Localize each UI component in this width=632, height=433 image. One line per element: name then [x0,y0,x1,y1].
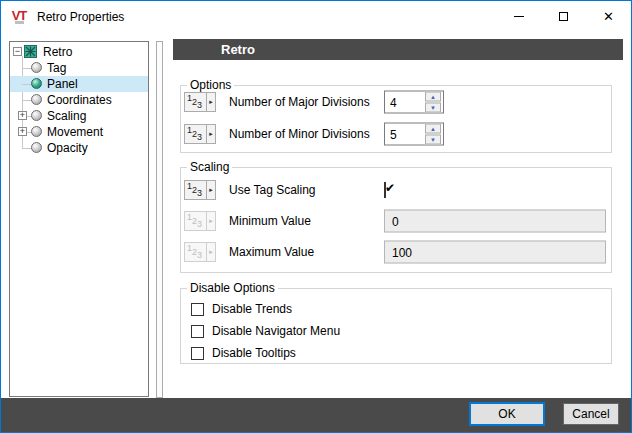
window-controls: ✕ [496,1,631,32]
window-title: Retro Properties [37,10,124,24]
tree-item-label: Movement [47,125,103,139]
major-divisions-spinner: ▲ ▼ [384,91,444,114]
maximum-value-input [384,241,606,264]
tree-item-retro[interactable]: − Retro [10,44,148,60]
panel-header: Retro [173,39,623,60]
disable-tooltips-row: Disable Tooltips [184,341,608,365]
disable-tooltips-label: Disable Tooltips [212,346,296,360]
disable-tooltips-checkbox[interactable] [191,347,204,360]
maximum-value-label: Maximum Value [229,245,314,259]
tree-item-label: Coordinates [47,93,112,107]
maximum-value-row: 123 ▸ Maximum Value [184,240,608,264]
green-circle-icon [31,78,42,89]
dialog-window: VT Retro Properties ✕ − Retro Tag [0,0,632,433]
numeric-123-icon: 123 [185,181,206,199]
title-bar: VT Retro Properties ✕ [1,1,631,32]
tree-item-label: Scaling [47,109,86,123]
app-logo-icon: VT [10,10,28,24]
disable-options-group-title: Disable Options [187,281,278,295]
minor-divisions-input[interactable] [385,124,425,145]
gray-circle-icon [31,110,42,121]
disable-navigator-menu-row: Disable Navigator Menu [184,319,608,343]
gray-circle-icon [31,62,42,73]
disable-trends-label: Disable Trends [212,302,292,316]
numeric-type-button[interactable]: 123 ▸ [184,124,216,144]
spin-up-button[interactable]: ▲ [425,92,441,102]
close-button[interactable]: ✕ [586,1,631,32]
cancel-button[interactable]: Cancel [563,403,619,425]
minor-divisions-row: 123 ▸ Number of Minor Divisions ▲ ▼ [184,122,608,146]
spin-down-button[interactable]: ▼ [425,135,441,145]
use-tag-scaling-label: Use Tag Scaling [229,183,316,197]
expand-expander-icon[interactable]: + [18,111,27,120]
flyout-arrow-icon: ▸ [206,212,215,230]
close-icon: ✕ [603,10,614,23]
disable-options-group: Disable Options Disable Trends Disable N… [180,288,612,364]
use-tag-scaling-checkbox[interactable]: ✔ [384,182,386,198]
spin-up-icon: ▲ [430,94,436,100]
minimum-value-row: 123 ▸ Minimum Value [184,209,608,233]
numeric-123-icon: 123 [185,212,206,230]
tree-item-tag[interactable]: Tag [10,60,148,76]
tree-item-label: Tag [47,61,66,75]
scaling-group-title: Scaling [187,160,232,174]
gray-circle-icon [31,126,42,137]
ok-button[interactable]: OK [469,402,545,426]
minor-divisions-label: Number of Minor Divisions [229,127,370,141]
tree-item-panel[interactable]: Panel [10,76,148,92]
disable-trends-row: Disable Trends [184,297,608,321]
numeric-type-button-disabled: 123 ▸ [184,211,216,231]
disable-navigator-menu-checkbox[interactable] [191,325,204,338]
spin-down-button[interactable]: ▼ [425,103,441,113]
spin-up-button[interactable]: ▲ [425,124,441,134]
disable-trends-checkbox[interactable] [191,303,204,316]
footer-bar: OK Cancel [1,398,631,432]
flyout-arrow-icon: ▸ [206,93,215,111]
numeric-type-button-disabled: 123 ▸ [184,242,216,262]
major-divisions-row: 123 ▸ Number of Major Divisions ▲ ▼ [184,90,608,114]
numeric-123-icon: 123 [185,125,206,143]
spin-down-icon: ▼ [430,137,436,143]
tree-item-movement[interactable]: + Movement [10,124,148,140]
spin-down-icon: ▼ [430,105,436,111]
minimize-button[interactable] [496,1,541,32]
tree-item-label: Panel [47,77,78,91]
flyout-arrow-icon: ▸ [206,243,215,261]
minor-divisions-spinner: ▲ ▼ [384,123,444,146]
numeric-123-icon: 123 [185,93,206,111]
tree-item-label: Opacity [47,141,88,155]
major-divisions-label: Number of Major Divisions [229,95,370,109]
minimize-icon [514,16,524,17]
numeric-123-icon: 123 [185,243,206,261]
numeric-type-button[interactable]: 123 ▸ [184,92,216,112]
use-tag-scaling-row: 123 ▸ Use Tag Scaling ✔ [184,178,608,202]
major-divisions-input[interactable] [385,92,425,113]
property-tree: − Retro Tag Panel Coordinates + [9,41,149,397]
retro-widget-icon [24,45,37,61]
panel-header-title: Retro [221,42,255,57]
minimum-value-input [384,210,606,233]
flyout-arrow-icon: ▸ [206,181,215,199]
scaling-group: Scaling 123 ▸ Use Tag Scaling ✔ 123 ▸ [180,167,612,273]
minimum-value-label: Minimum Value [229,214,311,228]
app-logo-text: VT [10,10,28,21]
collapse-expander-icon[interactable]: − [13,47,22,56]
checkmark-icon: ✔ [385,181,395,195]
disable-navigator-menu-label: Disable Navigator Menu [212,324,340,338]
gray-circle-icon [31,94,42,105]
tree-item-label: Retro [43,45,72,59]
numeric-type-button[interactable]: 123 ▸ [184,180,216,200]
tree-item-coordinates[interactable]: Coordinates [10,92,148,108]
tree-item-scaling[interactable]: + Scaling [10,108,148,124]
gray-circle-icon [31,142,42,153]
maximize-icon [559,12,568,21]
expand-expander-icon[interactable]: + [18,127,27,136]
spin-up-icon: ▲ [430,126,436,132]
tree-item-opacity[interactable]: Opacity [10,140,148,156]
flyout-arrow-icon: ▸ [206,125,215,143]
maximize-button[interactable] [541,1,586,32]
options-group: Options 123 ▸ Number of Major Divisions … [180,85,612,153]
tree-panel-splitter[interactable] [156,41,163,398]
